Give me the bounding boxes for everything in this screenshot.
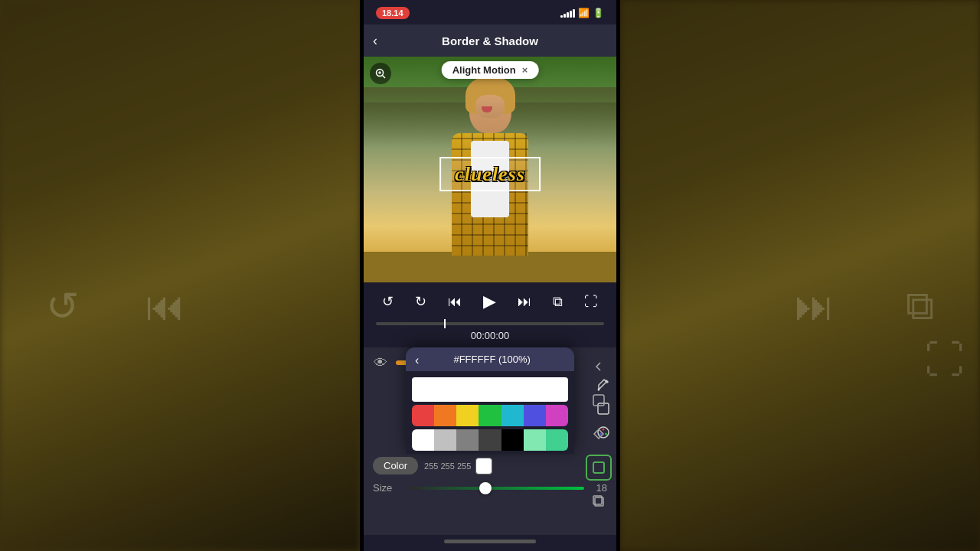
alight-motion-popup: Alight Motion × (442, 61, 539, 79)
color-tab-button[interactable]: Color (373, 457, 418, 474)
home-bar (444, 540, 536, 543)
person-body (452, 133, 528, 256)
status-bar: 18.14 📶 🔋 (364, 0, 616, 24)
bg-left-panel: ↺ ⏮ (0, 0, 360, 551)
clueless-text[interactable]: clueless (439, 157, 541, 191)
color-picker-header: ‹ #FFFFFF (100%) (406, 347, 574, 371)
bg-right-panel: ⏭ ⧉ ⛶ (620, 0, 980, 551)
right-side-icons (586, 347, 612, 520)
swatch-green[interactable] (479, 405, 501, 426)
timecode: 00:00:00 (376, 328, 604, 344)
active-border-icon[interactable] (586, 455, 612, 481)
swatch-white[interactable] (412, 429, 434, 451)
bg-skip-icon: ⏮ (145, 283, 185, 329)
swatch-gray[interactable] (456, 429, 479, 451)
color-swatch-preview[interactable] (475, 458, 492, 474)
swatch-black[interactable] (501, 429, 524, 451)
diamond-icon[interactable] (586, 421, 612, 447)
nav-bar: ‹ Border & Shadow (364, 24, 616, 57)
signal-bars (560, 9, 575, 18)
bg-undo-icon: ↺ (46, 283, 80, 329)
expand-button[interactable]: ⛶ (581, 291, 601, 313)
color-hex-label: #FFFFFF (100%) (453, 354, 530, 365)
color-picker-back-button[interactable]: ‹ (415, 354, 419, 367)
color-property-row: Color 255 255 255 (364, 452, 616, 479)
timeline-marker (444, 319, 446, 328)
copy-frames-button[interactable]: ⧉ (550, 291, 566, 313)
swatch-purple[interactable] (546, 405, 568, 426)
playback-controls: ↺ ↻ ⏮ ▶ ⏭ ⧉ ⛶ (364, 282, 616, 318)
nav-title: Border & Shadow (442, 34, 538, 47)
timeline-bar[interactable] (376, 322, 604, 325)
signal-bar-4 (570, 11, 572, 18)
svg-rect-11 (593, 462, 604, 473)
color-swatches-row (412, 405, 568, 426)
phone-frame: 18.14 📶 🔋 ‹ Border & Shadow (364, 0, 616, 551)
home-indicator (364, 535, 616, 551)
signal-bar-2 (564, 14, 566, 18)
person-mouth (482, 106, 492, 112)
bg-copy-icon: ⧉ (906, 282, 934, 329)
video-preview: clueless Alight Motion × (364, 57, 616, 282)
gray-swatches-row (412, 429, 568, 451)
size-slider[interactable] (410, 487, 584, 490)
movie-scene: clueless (364, 57, 616, 282)
swatch-darkgray[interactable] (479, 429, 501, 451)
zoom-icon[interactable] (370, 63, 391, 84)
size-slider-thumb[interactable] (479, 482, 492, 494)
swatch-orange[interactable] (434, 405, 456, 426)
signal-bar-3 (567, 12, 569, 18)
status-time: 18.14 (376, 7, 410, 19)
color-rgb-value: 255 255 255 (424, 461, 471, 471)
swatch-blue[interactable] (524, 405, 546, 426)
person-head (469, 83, 511, 133)
swatch-lightgray[interactable] (434, 429, 456, 451)
text-overlay-container[interactable]: clueless (439, 163, 541, 186)
properties-panel: Color 255 255 255 Size 18 (364, 452, 616, 497)
visibility-toggle[interactable]: 👁 (370, 352, 391, 373)
nav-back-button[interactable]: ‹ (373, 33, 377, 49)
layer-icon[interactable] (586, 387, 612, 413)
bottom-panel: 👁 ‹ #FFFFFF (100%) (364, 347, 616, 535)
skip-forward-button[interactable]: ⏭ (514, 291, 534, 313)
swatch-cyan[interactable] (501, 405, 524, 426)
bg-expand-icon: ⛶ (925, 337, 965, 383)
swatch-yellow[interactable] (456, 405, 479, 426)
back-nav-icon[interactable] (586, 354, 612, 380)
signal-bar-1 (560, 15, 563, 18)
svg-rect-10 (593, 395, 604, 406)
status-icons: 📶 🔋 (560, 8, 604, 18)
swatch-mint[interactable] (524, 429, 546, 451)
size-label: Size (373, 482, 403, 494)
skip-back-button[interactable]: ⏮ (445, 291, 465, 313)
color-picker-overlay: ‹ #FFFFFF (100%) (406, 347, 574, 454)
color-preview-box[interactable] (412, 377, 568, 402)
swatch-red[interactable] (412, 405, 434, 426)
wifi-icon: 📶 (578, 8, 590, 18)
alight-motion-label: Alight Motion (452, 64, 516, 76)
bg-fwd-icon: ⏭ (795, 283, 835, 329)
signal-bar-5 (573, 9, 575, 18)
battery-icon: 🔋 (593, 8, 604, 18)
timeline: 00:00:00 (364, 318, 616, 347)
swatch-teal[interactable] (546, 429, 568, 451)
undo-button[interactable]: ↺ (379, 290, 397, 313)
layers-copy-icon[interactable] (586, 488, 612, 514)
redo-button[interactable]: ↻ (412, 290, 430, 313)
play-button[interactable]: ▶ (480, 289, 499, 315)
svg-line-1 (383, 76, 386, 79)
size-property-row: Size 18 (364, 479, 616, 497)
color-value-group: 255 255 255 (424, 458, 607, 474)
alight-popup-close-button[interactable]: × (522, 64, 528, 76)
